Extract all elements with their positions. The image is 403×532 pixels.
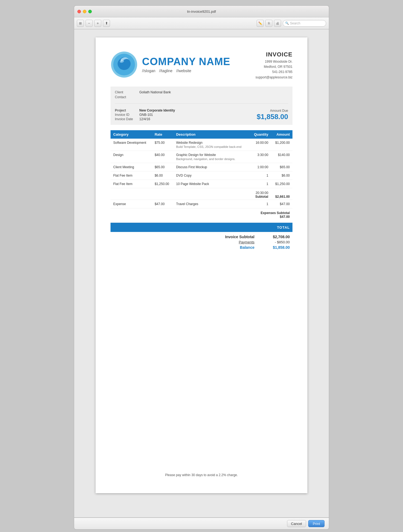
row5-rate: $1,250.00	[152, 180, 173, 188]
table-body: Software Development $75.00 Website Rede…	[111, 139, 292, 208]
project-info: Project New Corporate Identity Invoice I…	[115, 109, 175, 121]
expense-category: Expense	[111, 200, 152, 208]
totals-header-text: TOTAL	[277, 225, 290, 230]
logo-section: COMPANY NAME //slogan //tagline //websit…	[111, 51, 230, 78]
balance-label: Balance	[211, 245, 254, 250]
search-box[interactable]: 🔍 Search	[283, 20, 326, 27]
subtotal-quantity: 20:30:00 Subtotal	[250, 188, 271, 200]
col-amount: Amount	[271, 130, 292, 139]
company-slogan: //slogan	[142, 69, 155, 73]
invoice-address: 1999 Woodside Dr. Medford, OR 97501 541-…	[256, 59, 292, 80]
payments-row: Payments - $850.00	[211, 240, 290, 244]
project-name: New Corporate Identity	[139, 109, 175, 112]
sidebar-toggle-button[interactable]: ⊞	[77, 20, 84, 27]
invoice-date-row: Invoice Date 12/4/16	[115, 117, 175, 121]
expense-row: Expense $47.00 Travel Charges 1 $47.00	[111, 200, 292, 208]
cancel-button[interactable]: Cancel	[287, 520, 306, 527]
col-quantity: Quantity	[250, 130, 271, 139]
subtotal-row: 20:30:00 Subtotal $2,661.00	[111, 188, 292, 200]
share-icon: ⬆	[105, 21, 108, 25]
sidebar-icon: ⊞	[79, 21, 82, 25]
totals-section: TOTAL Invoice Subtotal $2,708.00 Payment…	[111, 223, 292, 252]
row5-quantity: 1	[250, 180, 271, 188]
payments-value: - $850.00	[265, 240, 290, 244]
window-title: tn-invoice9201.pdf	[187, 9, 216, 14]
invoice-date-label: Invoice Date	[115, 117, 139, 121]
pen-icon: ✏️	[258, 21, 262, 25]
col-category: Category	[111, 130, 152, 139]
invoice-subtotal-label: Invoice Subtotal	[211, 235, 254, 239]
copy-button[interactable]: ⎘	[265, 20, 272, 27]
company-name: COMPANY NAME	[142, 56, 230, 68]
row3-rate: $65.00	[152, 163, 173, 171]
table-row: Design $40.00 Graphic Design for Website…	[111, 151, 292, 163]
address-email: support@applesource.biz	[256, 75, 292, 79]
close-button[interactable]	[77, 10, 81, 13]
table-row: Flat Fee Item $1,250.00 10 Page Website …	[111, 180, 292, 188]
payments-label: Payments	[211, 240, 254, 244]
company-taglines: //slogan //tagline //website	[142, 69, 230, 73]
copy-icon: ⎘	[268, 21, 270, 25]
minimize-button[interactable]	[83, 10, 86, 13]
invoice-meta-right: INVOICE 1999 Woodside Dr. Medford, OR 97…	[256, 51, 292, 80]
address-line2: Medford, OR 97501	[264, 65, 292, 69]
zoom-out-icon: －	[87, 21, 91, 26]
invoice-page: COMPANY NAME //slogan //tagline //websit…	[96, 37, 307, 493]
client-section: Client Goliath National Bank Contact Pro	[111, 87, 292, 125]
zoom-out-button[interactable]: －	[86, 20, 93, 27]
invoice-subtotal-row: Invoice Subtotal $2,708.00	[211, 235, 290, 239]
pdf-viewer: COMPANY NAME //slogan //tagline //websit…	[74, 29, 329, 518]
expenses-subtotal-label: Expenses Subtotal	[261, 211, 290, 215]
expenses-subtotal-section: Expenses Subtotal $47.00	[111, 208, 292, 223]
address-line1: 1999 Woodside Dr.	[265, 60, 292, 63]
maximize-button[interactable]	[88, 10, 92, 13]
invoice-header: COMPANY NAME //slogan //tagline //websit…	[111, 51, 292, 80]
company-website: //website	[176, 69, 191, 73]
client-label: Client	[115, 90, 139, 94]
zoom-in-icon: ＋	[96, 21, 100, 26]
invoice-date-value: 12/4/16	[139, 117, 150, 121]
footer-note: Please pay within 30 days to avoid a 2.2…	[96, 473, 307, 477]
invoice-subtotal-value: $2,708.00	[265, 235, 290, 239]
pen-button[interactable]: ✏️	[257, 20, 264, 27]
row2-category: Design	[111, 151, 152, 163]
table-row: Software Development $75.00 Website Rede…	[111, 139, 292, 151]
client-row: Client Goliath National Bank	[115, 90, 288, 94]
print-toolbar-button[interactable]: 🖨	[274, 20, 281, 27]
invoice-id-value: GNB-101	[139, 113, 153, 117]
client-amount-row: Project New Corporate Identity Invoice I…	[115, 109, 288, 121]
invoice-id-row: Invoice ID GNB-101	[115, 113, 175, 117]
row3-category: Client Meeting	[111, 163, 152, 171]
row1-description-sub: Build Template, CSS, JSON compatible bac…	[176, 145, 247, 148]
row1-description: Website Redesign Build Template, CSS, JS…	[174, 139, 250, 151]
row1-rate: $75.00	[152, 139, 173, 151]
expense-quantity: 1	[250, 200, 271, 208]
print-button[interactable]: Print	[308, 520, 325, 527]
subtotal-empty1	[111, 188, 174, 200]
project-label-row: Project New Corporate Identity	[115, 109, 175, 112]
print-icon: 🖨	[276, 21, 279, 25]
amount-due-section: Amount Due $1,858.00	[257, 109, 288, 121]
row2-quantity: 3:30:00	[250, 151, 271, 163]
toolbar: ⊞ － ＋ ⬆ ✏️ ⎘ 🖨 🔍 Search	[74, 17, 329, 29]
row5-description: 10 Page Website Pack	[174, 180, 250, 188]
table-row: Client Meeting $65.00 Discuss First Mock…	[111, 163, 292, 171]
col-rate: Rate	[152, 130, 173, 139]
zoom-in-button[interactable]: ＋	[94, 20, 101, 27]
client-value: Goliath National Bank	[139, 90, 171, 94]
row1-quantity: 16:00:00	[250, 139, 271, 151]
address-phone: 541-261-9785	[272, 70, 292, 74]
expense-rate: $47.00	[152, 200, 173, 208]
invoice-title: INVOICE	[256, 51, 292, 58]
row1-amount: $1,200.00	[271, 139, 292, 151]
row5-category: Flat Fee Item	[111, 180, 152, 188]
divider	[115, 103, 288, 104]
row4-amount: $6.00	[271, 171, 292, 180]
row5-amount: $1,250.00	[271, 180, 292, 188]
company-logo	[111, 51, 138, 78]
subtotal-empty2	[174, 188, 250, 200]
row3-description: Discuss First Mockup	[174, 163, 250, 171]
row4-rate: $6.00	[152, 171, 173, 180]
share-button[interactable]: ⬆	[103, 20, 110, 27]
table-row: Flat Fee Item $6.00 DVD Copy 1 $6.00	[111, 171, 292, 180]
